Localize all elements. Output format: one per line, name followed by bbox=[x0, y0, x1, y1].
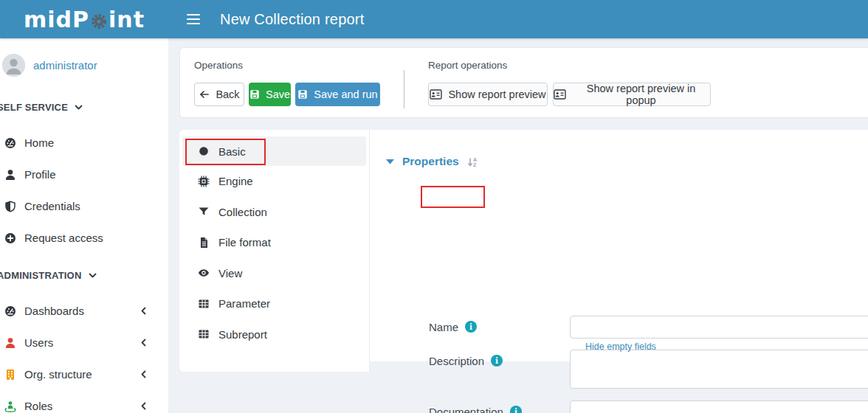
divider bbox=[404, 70, 404, 108]
properties-title: Properties bbox=[402, 155, 459, 168]
operations-panel: Operations Back Save Save and run Report… bbox=[179, 47, 868, 118]
tab-label: Parameter bbox=[218, 297, 270, 310]
user-name: administrator bbox=[33, 59, 97, 72]
show-report-preview-button[interactable]: Show report preview bbox=[428, 83, 548, 106]
name-input[interactable] bbox=[570, 316, 868, 339]
field-label-text: Description bbox=[429, 355, 484, 367]
back-button[interactable]: Back bbox=[194, 83, 244, 106]
basic-form-panel: Properties AZ Name i Description i Docum… bbox=[370, 130, 868, 361]
description-textarea[interactable] bbox=[570, 350, 868, 389]
sidebar-item-label: Roles bbox=[24, 400, 52, 412]
field-label-text: Name bbox=[429, 321, 458, 333]
circle-plus-icon bbox=[4, 232, 17, 244]
gauge-icon bbox=[4, 137, 17, 149]
file-icon bbox=[198, 237, 210, 249]
sidebar-item-users[interactable]: Users bbox=[0, 327, 168, 358]
gear-logo-icon bbox=[90, 13, 108, 30]
midpoint-logo[interactable]: midPint bbox=[0, 0, 168, 38]
sort-alpha-icon[interactable]: AZ bbox=[467, 156, 478, 167]
tab-label: Collection bbox=[218, 206, 267, 218]
tab-file-format[interactable]: File format bbox=[179, 227, 369, 258]
tab-label: View bbox=[218, 267, 242, 280]
eye-icon bbox=[198, 267, 210, 279]
sidebar-item-request-access[interactable]: Request access bbox=[0, 222, 168, 254]
caret-down-icon bbox=[386, 159, 394, 164]
logo-text-pre: midP bbox=[24, 7, 89, 32]
show-report-preview-popup-label: Show report preview in popup bbox=[572, 83, 710, 106]
operations-group-label: Operations bbox=[194, 60, 243, 71]
chevron-left-icon bbox=[140, 370, 146, 378]
tab-label: File format bbox=[218, 236, 271, 249]
properties-section-header[interactable]: Properties AZ bbox=[386, 155, 478, 168]
avatar bbox=[2, 54, 25, 77]
sidebar-item-label: Profile bbox=[24, 168, 56, 181]
filter-icon bbox=[198, 206, 210, 218]
save-and-run-button-label: Save and run bbox=[314, 88, 377, 100]
microchip-icon bbox=[198, 176, 210, 187]
tab-label: Subreport bbox=[218, 328, 267, 341]
floppy-icon bbox=[249, 89, 260, 100]
sidebar-item-label: Credentials bbox=[24, 200, 80, 212]
chevron-left-icon bbox=[140, 402, 146, 410]
tab-label: Basic bbox=[218, 145, 246, 158]
documentation-input[interactable] bbox=[570, 400, 868, 413]
info-icon[interactable]: i bbox=[491, 355, 503, 367]
info-icon[interactable]: i bbox=[465, 321, 477, 333]
back-button-label: Back bbox=[216, 88, 239, 100]
info-icon[interactable]: i bbox=[510, 406, 522, 413]
tab-engine[interactable]: Engine bbox=[179, 166, 369, 197]
report-operations-group-label: Report operations bbox=[428, 60, 507, 71]
report-tabs-panel: Basic Engine Collection File format View… bbox=[179, 130, 370, 372]
menu-toggle-icon[interactable] bbox=[187, 14, 200, 24]
tab-parameter[interactable]: Parameter bbox=[179, 288, 369, 319]
save-and-run-button[interactable]: Save and run bbox=[295, 83, 380, 106]
user-icon bbox=[4, 337, 17, 349]
sidebar-item-label: Org. structure bbox=[24, 368, 92, 381]
show-report-preview-popup-button[interactable]: Show report preview in popup bbox=[553, 83, 711, 106]
gauge-icon bbox=[4, 305, 17, 317]
user-icon bbox=[4, 169, 17, 181]
page-title: New Collection report bbox=[220, 11, 364, 28]
tab-label: Engine bbox=[218, 175, 253, 187]
sidebar-item-home[interactable]: Home bbox=[0, 127, 168, 159]
hide-empty-fields-link[interactable]: Hide empty fields bbox=[585, 341, 656, 352]
section-label: SELF SERVICE bbox=[0, 102, 68, 113]
sidebar-item-roles[interactable]: Roles bbox=[0, 390, 168, 413]
id-card-icon bbox=[554, 89, 566, 100]
section-self-service[interactable]: SELF SERVICE bbox=[0, 102, 168, 113]
user-panel[interactable]: administrator bbox=[0, 38, 168, 77]
tab-basic[interactable]: Basic bbox=[182, 136, 366, 166]
chevron-down-icon bbox=[89, 273, 97, 279]
shield-half-icon bbox=[4, 201, 17, 212]
arrow-left-icon bbox=[199, 89, 210, 100]
top-navbar: midPint New Collection report bbox=[0, 0, 868, 38]
sidebar-item-label: Request access bbox=[24, 232, 103, 244]
save-button[interactable]: Save bbox=[249, 83, 291, 106]
tab-subreport[interactable]: Subreport bbox=[179, 319, 369, 350]
building-icon bbox=[4, 369, 17, 381]
sidebar-item-org-structure[interactable]: Org. structure bbox=[0, 358, 168, 390]
user-base-icon bbox=[4, 400, 17, 412]
sidebar-item-dashboards[interactable]: Dashboards bbox=[0, 295, 168, 327]
sidebar-item-label: Dashboards bbox=[24, 305, 84, 317]
circle-icon bbox=[198, 145, 210, 157]
tab-view[interactable]: View bbox=[179, 258, 369, 289]
svg-text:Z: Z bbox=[473, 162, 477, 167]
section-label: ADMINISTRATION bbox=[0, 270, 82, 281]
table-icon bbox=[198, 328, 210, 340]
documentation-field-label: Documentation i bbox=[429, 400, 558, 413]
table-icon bbox=[198, 298, 210, 310]
save-button-label: Save bbox=[266, 88, 290, 100]
tab-collection[interactable]: Collection bbox=[179, 197, 369, 228]
sidebar: administrator SELF SERVICE Home Profile … bbox=[0, 38, 168, 413]
sidebar-item-credentials[interactable]: Credentials bbox=[0, 190, 168, 222]
description-field-label: Description i bbox=[429, 350, 558, 372]
sidebar-item-label: Users bbox=[24, 336, 53, 349]
chevron-left-icon bbox=[140, 339, 146, 347]
svg-text:A: A bbox=[473, 156, 477, 162]
chevron-down-icon bbox=[75, 105, 83, 111]
floppy-icon bbox=[297, 89, 308, 100]
section-administration[interactable]: ADMINISTRATION bbox=[0, 270, 168, 281]
field-label-text: Documentation bbox=[429, 406, 503, 413]
sidebar-item-profile[interactable]: Profile bbox=[0, 159, 168, 190]
